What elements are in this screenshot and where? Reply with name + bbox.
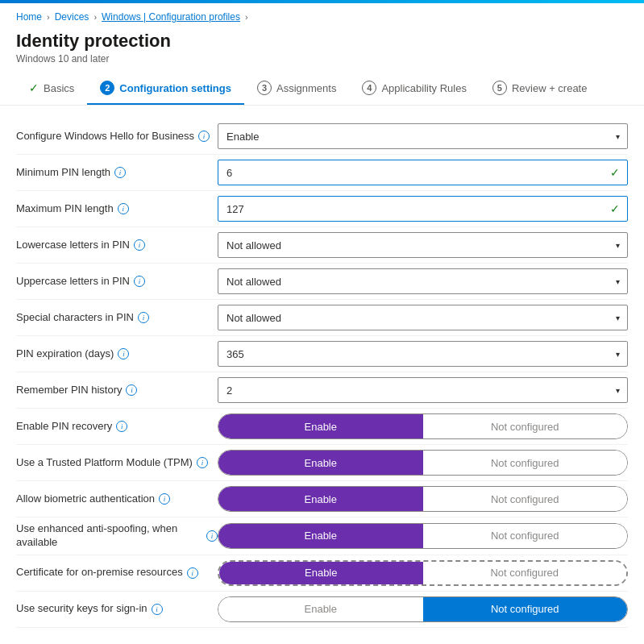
- breadcrumb-profiles[interactable]: Windows | Configuration profiles: [102, 11, 240, 23]
- info-icon-whfb[interactable]: i: [198, 131, 210, 142]
- info-icon-max-pin[interactable]: i: [118, 203, 129, 214]
- select-wrapper-uppercase: Not allowed Allowed Required ▾: [218, 268, 628, 294]
- label-configure-whfb: Configure Windows Hello for Business i: [16, 130, 218, 143]
- control-pin-expiration: 365 Never 30 60 90 ▾: [218, 341, 628, 367]
- label-min-pin: Minimum PIN length i: [16, 166, 218, 180]
- label-certificate: Certificate for on-premise resources i: [16, 566, 218, 580]
- info-icon-antispoofing[interactable]: i: [206, 530, 218, 542]
- info-icon-lowercase[interactable]: i: [134, 239, 145, 251]
- label-security-keys: Use security keys for sign-in i: [16, 602, 218, 616]
- control-uppercase: Not allowed Allowed Required ▾: [218, 268, 628, 294]
- toggle-notconfigured-certificate[interactable]: Not configured: [423, 562, 627, 584]
- toggle-enable-antispoofing[interactable]: Enable: [218, 524, 423, 548]
- row-lowercase: Lowercase letters in PIN i Not allowed A…: [16, 227, 628, 264]
- tab-basics-label: Basics: [44, 82, 74, 94]
- toggle-biometric: Enable Not configured: [218, 486, 628, 512]
- info-icon-tpm[interactable]: i: [197, 457, 208, 468]
- toggle-enable-certificate[interactable]: Enable: [219, 562, 423, 584]
- label-pin-recovery: Enable PIN recovery i: [16, 420, 218, 434]
- select-uppercase[interactable]: Not allowed Allowed Required: [218, 268, 628, 294]
- check-icon-max-pin: ✓: [610, 202, 620, 215]
- breadcrumb-devices[interactable]: Devices: [55, 11, 89, 23]
- control-pin-recovery: Enable Not configured: [218, 413, 628, 439]
- tab-number-4: 4: [362, 81, 376, 95]
- select-special[interactable]: Not allowed Allowed Required: [218, 305, 628, 330]
- info-icon-biometric[interactable]: i: [159, 493, 170, 505]
- control-lowercase: Not allowed Allowed Required ▾: [218, 232, 628, 258]
- select-wrapper-lowercase: Not allowed Allowed Required ▾: [218, 232, 628, 258]
- toggle-antispoofing: Enable Not configured: [218, 523, 628, 549]
- toggle-tpm: Enable Not configured: [218, 450, 628, 476]
- toggle-enable-biometric[interactable]: Enable: [218, 487, 423, 511]
- label-pin-history: Remember PIN history i: [16, 384, 218, 397]
- control-tpm: Enable Not configured: [218, 450, 628, 476]
- info-icon-special[interactable]: i: [138, 312, 149, 323]
- row-special: Special characters in PIN i Not allowed …: [16, 300, 628, 336]
- label-lowercase: Lowercase letters in PIN i: [16, 239, 218, 252]
- tab-review-label: Review + create: [512, 82, 588, 94]
- check-icon-min-pin: ✓: [610, 166, 620, 179]
- toggle-enable-pin-recovery[interactable]: Enable: [218, 414, 423, 438]
- check-icon: ✓: [29, 81, 39, 94]
- toggle-notconfigured-pin-recovery[interactable]: Not configured: [423, 414, 628, 438]
- info-icon-pin-expiration[interactable]: i: [118, 348, 129, 359]
- label-uppercase: Uppercase letters in PIN i: [16, 275, 218, 289]
- control-pin-history: 2 0 5 10 ▾: [218, 377, 628, 403]
- info-icon-pin-recovery[interactable]: i: [116, 421, 127, 432]
- label-special: Special characters in PIN i: [16, 311, 218, 325]
- select-pin-expiration[interactable]: 365 Never 30 60 90: [218, 341, 628, 367]
- row-configure-whfb: Configure Windows Hello for Business i E…: [16, 118, 628, 155]
- row-min-pin: Minimum PIN length i ✓: [16, 155, 628, 191]
- select-wrapper-pin-expiration: 365 Never 30 60 90 ▾: [218, 341, 628, 367]
- control-security-keys: Enable Not configured: [218, 596, 628, 622]
- row-tpm: Use a Trusted Platform Module (TPM) i En…: [16, 445, 628, 481]
- row-max-pin: Maximum PIN length i ✓: [16, 191, 628, 227]
- select-wrapper-pin-history: 2 0 5 10 ▾: [218, 377, 628, 403]
- label-tpm: Use a Trusted Platform Module (TPM) i: [16, 456, 218, 470]
- toggle-security-keys: Enable Not configured: [218, 596, 628, 622]
- row-pin-recovery: Enable PIN recovery i Enable Not configu…: [16, 409, 628, 445]
- breadcrumb: Home › Devices › Windows | Configuration…: [0, 3, 644, 26]
- breadcrumb-home[interactable]: Home: [16, 11, 42, 23]
- row-biometric: Allow biometric authentication i Enable …: [16, 481, 628, 517]
- toggle-enable-security-keys[interactable]: Enable: [218, 597, 423, 621]
- tab-applicability-label: Applicability Rules: [381, 82, 467, 94]
- toggle-pin-recovery: Enable Not configured: [218, 413, 628, 439]
- tab-review[interactable]: 5 Review + create: [480, 73, 600, 105]
- tab-assignments-label: Assignments: [276, 82, 336, 94]
- toggle-notconfigured-antispoofing[interactable]: Not configured: [423, 524, 628, 548]
- tab-basics[interactable]: ✓ Basics: [16, 73, 87, 104]
- row-certificate: Certificate for on-premise resources i E…: [16, 555, 628, 592]
- input-min-pin[interactable]: [218, 160, 628, 185]
- tab-applicability[interactable]: 4 Applicability Rules: [349, 73, 480, 105]
- input-wrapper-max-pin: ✓: [218, 196, 628, 222]
- control-configure-whfb: Enable Disable Not configured ▾: [218, 123, 628, 149]
- toggle-notconfigured-tpm[interactable]: Not configured: [423, 451, 628, 475]
- toggle-notconfigured-security-keys[interactable]: Not configured: [423, 597, 628, 621]
- info-icon-pin-history[interactable]: i: [126, 384, 137, 396]
- tab-assignments[interactable]: 3 Assignments: [244, 73, 349, 105]
- select-wrapper-special: Not allowed Allowed Required ▾: [218, 305, 628, 330]
- toggle-enable-tpm[interactable]: Enable: [218, 451, 423, 475]
- row-pin-expiration: PIN expiration (days) i 365 Never 30 60 …: [16, 336, 628, 372]
- toggle-notconfigured-biometric[interactable]: Not configured: [423, 487, 628, 511]
- label-max-pin: Maximum PIN length i: [16, 202, 218, 216]
- label-antispoofing: Use enhanced anti-spoofing, when availab…: [16, 522, 218, 550]
- info-icon-security-keys[interactable]: i: [152, 604, 163, 615]
- label-pin-expiration: PIN expiration (days) i: [16, 347, 218, 361]
- tab-configuration[interactable]: 2 Configuration settings: [87, 73, 244, 105]
- input-max-pin[interactable]: [218, 196, 628, 222]
- select-whfb[interactable]: Enable Disable Not configured: [218, 123, 628, 149]
- select-lowercase[interactable]: Not allowed Allowed Required: [218, 232, 628, 258]
- info-icon-certificate[interactable]: i: [187, 567, 198, 579]
- info-icon-uppercase[interactable]: i: [134, 276, 145, 287]
- label-biometric: Allow biometric authentication i: [16, 492, 218, 506]
- page-title: Identity protection: [16, 31, 628, 52]
- tab-configuration-label: Configuration settings: [119, 82, 231, 94]
- toggle-certificate: Enable Not configured: [218, 560, 628, 586]
- info-icon-min-pin[interactable]: i: [114, 167, 126, 178]
- select-pin-history[interactable]: 2 0 5 10: [218, 377, 628, 403]
- tab-number-5: 5: [492, 81, 507, 95]
- row-antispoofing: Use enhanced anti-spoofing, when availab…: [16, 517, 628, 555]
- control-antispoofing: Enable Not configured: [218, 523, 628, 549]
